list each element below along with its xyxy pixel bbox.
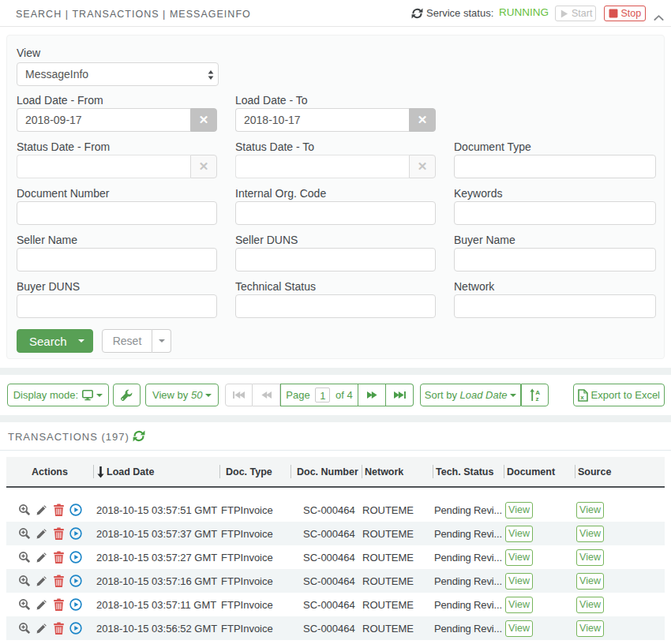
svg-text:z: z xyxy=(535,395,538,402)
svg-text:x: x xyxy=(580,393,584,400)
